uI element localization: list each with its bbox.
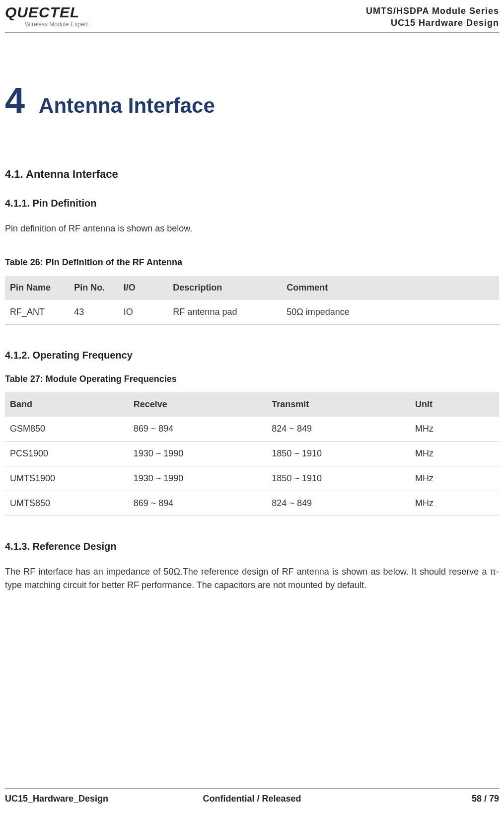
cell: UMTS1900	[5, 466, 129, 491]
cell: 869 ~ 894	[129, 417, 267, 442]
footer-center: Confidential / Released	[203, 794, 301, 804]
section-4-1-3-heading: 4.1.3. Reference Design	[5, 541, 499, 552]
table27: Band Receive Transmit Unit GSM850 869 ~ …	[5, 392, 499, 516]
cell: 1850 ~ 1910	[267, 441, 410, 466]
cell: RF antenna pad	[168, 300, 282, 325]
table26-h1: Pin No.	[69, 276, 119, 300]
chapter-number: 4	[5, 82, 25, 118]
cell: 824 ~ 849	[267, 491, 410, 516]
cell: 43	[69, 300, 119, 325]
table-row: UMTS850 869 ~ 894 824 ~ 849 MHz	[5, 491, 499, 516]
cell: 1850 ~ 1910	[267, 466, 410, 491]
table27-h1: Receive	[129, 392, 267, 417]
cell: UMTS850	[5, 491, 129, 516]
table27-caption: Table 27: Module Operating Frequencies	[5, 374, 499, 384]
table27-h3: Unit	[410, 392, 499, 417]
section-4-1-heading: 4.1. Antenna Interface	[5, 168, 499, 181]
cell: GSM850	[5, 417, 129, 442]
chapter-title: Antenna Interface	[39, 94, 215, 118]
table-row: RF_ANT 43 IO RF antenna pad 50Ω impedanc…	[5, 300, 499, 325]
cell: 1930 ~ 1990	[129, 441, 267, 466]
table26-header-row: Pin Name Pin No. I/O Description Comment	[5, 276, 499, 300]
chapter-heading: 4 Antenna Interface	[5, 82, 499, 118]
page-footer: UC15_Hardware_Design Confidential / Rele…	[5, 788, 499, 804]
logo-block: QUECTEL Wireless Module Expert	[5, 5, 88, 28]
header-right: UMTS/HSDPA Module Series UC15 Hardware D…	[366, 5, 499, 29]
logo-sub: Wireless Module Expert	[25, 21, 88, 28]
logo-main: QUECTEL	[5, 5, 88, 20]
footer-left: UC15_Hardware_Design	[5, 794, 108, 804]
section-4-1-1-heading: 4.1.1. Pin Definition	[5, 198, 499, 209]
page-header: QUECTEL Wireless Module Expert UMTS/HSDP…	[5, 5, 499, 33]
cell: MHz	[410, 441, 499, 466]
table-row: GSM850 869 ~ 894 824 ~ 849 MHz	[5, 417, 499, 442]
table26-caption: Table 26: Pin Definition of the RF Anten…	[5, 257, 499, 268]
table27-header-row: Band Receive Transmit Unit	[5, 392, 499, 417]
cell: MHz	[410, 491, 499, 516]
cell: MHz	[410, 466, 499, 491]
table-row: PCS1900 1930 ~ 1990 1850 ~ 1910 MHz	[5, 441, 499, 466]
table26-h4: Comment	[282, 276, 499, 300]
section-4-1-1-intro: Pin definition of RF antenna is shown as…	[5, 222, 499, 235]
cell: RF_ANT	[5, 300, 69, 325]
header-line2: UC15 Hardware Design	[366, 17, 499, 29]
table-row: UMTS1900 1930 ~ 1990 1850 ~ 1910 MHz	[5, 466, 499, 491]
table26-h2: I/O	[119, 276, 168, 300]
table26-h0: Pin Name	[5, 276, 69, 300]
header-line1: UMTS/HSDPA Module Series	[366, 5, 499, 17]
cell: MHz	[410, 417, 499, 442]
section-4-1-3-body: The RF interface has an impedance of 50Ω…	[5, 565, 499, 592]
section-4-1-2-heading: 4.1.2. Operating Frequency	[5, 350, 499, 361]
cell: 869 ~ 894	[129, 491, 267, 516]
cell: 50Ω impedance	[282, 300, 499, 325]
cell: 1930 ~ 1990	[129, 466, 267, 491]
table27-h0: Band	[5, 392, 129, 417]
footer-right: 58 / 79	[472, 794, 499, 804]
table27-h2: Transmit	[267, 392, 410, 417]
cell: 824 ~ 849	[267, 417, 410, 442]
cell: PCS1900	[5, 441, 129, 466]
cell: IO	[119, 300, 168, 325]
table26-h3: Description	[168, 276, 282, 300]
table26: Pin Name Pin No. I/O Description Comment…	[5, 276, 499, 325]
